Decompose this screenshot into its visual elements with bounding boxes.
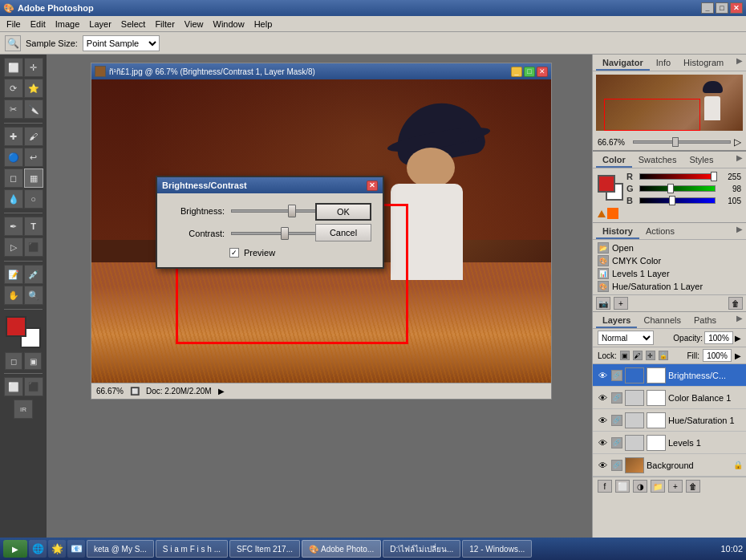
g-slider-thumb[interactable] bbox=[667, 184, 674, 193]
menu-file[interactable]: File bbox=[2, 18, 26, 30]
layer-vis-2[interactable]: 👁 bbox=[596, 392, 609, 404]
eraser-tool[interactable]: ◻ bbox=[4, 168, 23, 188]
b-slider-thumb[interactable] bbox=[669, 196, 675, 205]
standard-mode-icon[interactable]: ◻ bbox=[5, 352, 22, 370]
eyedropper-tool[interactable]: 💉 bbox=[24, 265, 43, 284]
history-item-open[interactable]: 📂 Open bbox=[593, 241, 746, 254]
taskbar-siamfish[interactable]: S i a m F i s h ... bbox=[156, 540, 228, 558]
notes-tool[interactable]: 📝 bbox=[4, 265, 23, 284]
start-button[interactable]: ▶ bbox=[3, 540, 27, 558]
doc-minimize-btn[interactable]: _ bbox=[511, 67, 522, 77]
layer-item-hue[interactable]: 👁 🔗 Hue/Saturation 1 bbox=[593, 409, 746, 432]
tab-actions[interactable]: Actions bbox=[639, 225, 681, 239]
bc-cancel-button[interactable]: Cancel bbox=[315, 224, 371, 241]
screen-mode-btn[interactable]: ⬜ bbox=[4, 377, 23, 396]
dodge-tool[interactable]: ○ bbox=[24, 189, 43, 209]
path-select-tool[interactable]: ▷ bbox=[4, 237, 23, 257]
color-close-btn[interactable]: ▶ bbox=[736, 153, 743, 168]
pen-tool[interactable]: ✒ bbox=[4, 217, 23, 236]
history-item-levels[interactable]: 📊 Levels 1 Layer bbox=[593, 267, 746, 280]
r-slider-track[interactable] bbox=[639, 173, 716, 180]
layer-item-colorbalance[interactable]: 👁 🔗 Color Balance 1 bbox=[593, 387, 746, 409]
history-brush-tool[interactable]: ↩ bbox=[24, 148, 43, 167]
layers-close-btn[interactable]: ▶ bbox=[736, 314, 743, 328]
taskbar-icon-3[interactable]: 📧 bbox=[67, 540, 85, 558]
lock-image-icon[interactable]: 🖌 bbox=[633, 351, 643, 360]
sample-size-select[interactable]: Point Sample 3 by 3 Average 5 by 5 Avera… bbox=[83, 35, 160, 51]
color-swatches[interactable] bbox=[6, 316, 41, 348]
history-new-btn[interactable]: + bbox=[614, 297, 628, 310]
type-tool[interactable]: T bbox=[24, 217, 43, 236]
eyedropper-tool-icon[interactable]: 🔍 bbox=[5, 35, 21, 51]
hand-tool[interactable]: ✋ bbox=[4, 286, 23, 305]
tab-channels[interactable]: Channels bbox=[637, 314, 687, 328]
menu-window[interactable]: Window bbox=[209, 18, 249, 30]
layer-item-brightness[interactable]: 👁 🔗 Brightness/C... bbox=[593, 364, 746, 387]
zoom-tool[interactable]: 🔍 bbox=[24, 286, 43, 305]
tab-swatches[interactable]: Swatches bbox=[632, 153, 683, 168]
tab-styles[interactable]: Styles bbox=[683, 153, 720, 168]
lock-position-icon[interactable]: ✛ bbox=[646, 351, 655, 360]
nav-zoom-in-icon[interactable]: ▷ bbox=[734, 136, 741, 148]
taskbar-keta[interactable]: keta @ My S... bbox=[87, 540, 154, 558]
layer-new-btn[interactable]: + bbox=[668, 480, 683, 493]
slice-tool[interactable]: 🔪 bbox=[24, 99, 43, 119]
menu-filter[interactable]: Filter bbox=[150, 18, 179, 30]
imageready-btn[interactable]: IR bbox=[14, 400, 33, 419]
tab-histogram[interactable]: Histogram bbox=[677, 56, 730, 71]
menu-view[interactable]: View bbox=[180, 18, 209, 30]
fill-arrow[interactable]: ▶ bbox=[735, 351, 741, 360]
taskbar-files[interactable]: D:\ไฟล์ไม่เปลี่ยน... bbox=[383, 540, 460, 558]
tab-navigator[interactable]: Navigator bbox=[596, 56, 650, 71]
bc-ok-button[interactable]: OK bbox=[315, 203, 371, 221]
menu-edit[interactable]: Edit bbox=[26, 18, 51, 30]
contrast-slider-thumb[interactable] bbox=[281, 227, 289, 240]
quick-mask-icon[interactable]: ▣ bbox=[24, 352, 42, 370]
layer-mask-btn[interactable]: ⬜ bbox=[615, 480, 630, 493]
fg-color-box[interactable] bbox=[598, 175, 615, 193]
restore-button[interactable]: □ bbox=[716, 2, 728, 14]
lock-transparency-icon[interactable]: ▣ bbox=[620, 351, 630, 360]
b-slider-track[interactable] bbox=[639, 197, 716, 204]
healing-tool[interactable]: ✚ bbox=[4, 127, 23, 146]
taskbar-windows[interactable]: 12 - Windows... bbox=[462, 540, 532, 558]
move-tool[interactable]: ✛ bbox=[24, 58, 43, 77]
menu-select[interactable]: Select bbox=[116, 18, 151, 30]
bc-dialog-close-btn[interactable]: ✕ bbox=[367, 181, 378, 191]
menu-help[interactable]: Help bbox=[249, 18, 278, 30]
layer-delete-btn[interactable]: 🗑 bbox=[686, 480, 700, 493]
fullscreen-btn[interactable]: ⬛ bbox=[24, 377, 43, 396]
layer-adj-btn[interactable]: ◑ bbox=[633, 480, 647, 493]
taskbar-icon-1[interactable]: 🌐 bbox=[29, 540, 47, 558]
nav-zoom-thumb[interactable] bbox=[672, 137, 679, 147]
history-item-cmyk[interactable]: 🎨 CMYK Color bbox=[593, 254, 746, 267]
taskbar-icon-2[interactable]: 🌟 bbox=[48, 540, 66, 558]
layer-vis-5[interactable]: 👁 bbox=[596, 459, 609, 472]
shape-tool[interactable]: ⬛ bbox=[24, 237, 43, 257]
tab-paths[interactable]: Paths bbox=[687, 314, 723, 328]
warning-color-box[interactable] bbox=[607, 208, 618, 219]
doc-close-btn[interactable]: ✕ bbox=[537, 67, 548, 77]
nav-zoom-slider[interactable] bbox=[633, 140, 731, 144]
scroll-right-arrow[interactable]: ▶ bbox=[218, 387, 225, 396]
doc-restore-btn[interactable]: □ bbox=[524, 67, 535, 77]
r-slider-thumb[interactable] bbox=[711, 172, 717, 181]
history-item-hue[interactable]: 🎨 Hue/Saturation 1 Layer bbox=[593, 280, 746, 293]
navigator-close-btn[interactable]: ▶ bbox=[736, 56, 743, 71]
preview-checkbox[interactable]: ✓ bbox=[229, 248, 239, 258]
fill-input[interactable] bbox=[703, 349, 732, 362]
layer-vis-3[interactable]: 👁 bbox=[596, 414, 609, 427]
layer-item-background[interactable]: 👁 🔗 Background 🔒 bbox=[593, 454, 746, 477]
opacity-arrow[interactable]: ▶ bbox=[735, 334, 741, 343]
lasso-tool[interactable]: ⟳ bbox=[4, 79, 23, 98]
tab-info[interactable]: Info bbox=[650, 56, 677, 71]
layer-vis-4[interactable]: 👁 bbox=[596, 436, 609, 449]
lock-all-icon[interactable]: 🔒 bbox=[659, 351, 668, 360]
layer-vis-1[interactable]: 👁 bbox=[596, 369, 609, 382]
tab-color[interactable]: Color bbox=[596, 153, 632, 168]
blur-tool[interactable]: 💧 bbox=[4, 189, 23, 209]
history-snapshot-btn[interactable]: 📷 bbox=[596, 297, 610, 310]
tab-history[interactable]: History bbox=[596, 225, 639, 239]
taskbar-photoshop[interactable]: 🎨 Adobe Photo... bbox=[302, 540, 381, 558]
close-button[interactable]: ✕ bbox=[730, 2, 743, 14]
